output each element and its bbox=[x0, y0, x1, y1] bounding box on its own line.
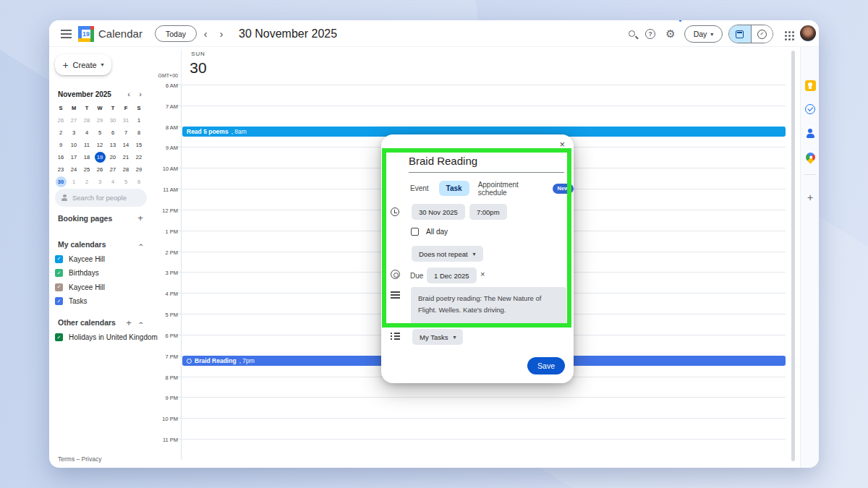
mini-calendar-day[interactable]: 30 bbox=[108, 115, 119, 126]
save-button[interactable]: Save bbox=[527, 357, 565, 374]
mini-calendar-day[interactable]: 27 bbox=[108, 164, 119, 175]
mini-calendar-day[interactable]: 2 bbox=[82, 176, 93, 187]
mini-calendar-day[interactable]: 21 bbox=[121, 152, 132, 163]
remove-due-date-icon[interactable]: × bbox=[480, 270, 485, 278]
search-icon[interactable] bbox=[622, 20, 641, 47]
mini-calendar-day[interactable]: 1 bbox=[69, 176, 80, 187]
mini-calendar-day[interactable]: 5 bbox=[95, 127, 106, 138]
mini-calendar-day[interactable]: 28 bbox=[82, 115, 93, 126]
calendar-checkbox[interactable]: ✓ bbox=[55, 283, 63, 291]
hour-row[interactable] bbox=[182, 106, 786, 127]
mini-calendar-day[interactable]: 18 bbox=[82, 152, 93, 163]
search-people-input[interactable] bbox=[72, 194, 137, 202]
mini-calendar-day[interactable]: 27 bbox=[69, 115, 80, 126]
calendar-checkbox[interactable]: ✓ bbox=[55, 269, 63, 277]
add-booking-page-icon[interactable]: + bbox=[135, 213, 146, 223]
tab-task[interactable]: Task bbox=[439, 181, 469, 196]
vertical-scrollbar[interactable] bbox=[791, 51, 795, 461]
date-chip[interactable]: 30 Nov 2025 bbox=[412, 204, 465, 220]
calendar-view-toggle-icon[interactable] bbox=[729, 25, 751, 43]
tasks-view-toggle-icon[interactable]: ✓ bbox=[751, 25, 773, 43]
contacts-icon[interactable] bbox=[801, 129, 819, 139]
calendar-list-item[interactable]: ✓ Birthdays bbox=[55, 267, 149, 280]
hour-row[interactable] bbox=[182, 397, 786, 418]
tab-appointment-schedule[interactable]: Appointment schedule bbox=[478, 181, 549, 197]
due-date-chip[interactable]: 1 Dec 2025 bbox=[427, 267, 477, 283]
calendar-checkbox[interactable]: ✓ bbox=[55, 255, 63, 263]
hour-row[interactable] bbox=[182, 418, 786, 439]
calendar-list-item[interactable]: ✓ Tasks bbox=[55, 295, 149, 308]
mini-calendar-day[interactable]: 1 bbox=[134, 115, 145, 126]
mini-calendar-day[interactable]: 3 bbox=[69, 127, 80, 138]
mini-calendar-day[interactable]: 11 bbox=[82, 140, 93, 150]
close-icon[interactable]: × bbox=[559, 139, 565, 150]
mini-calendar-day[interactable]: 6 bbox=[134, 176, 145, 187]
view-selector-dropdown[interactable]: Day▾ bbox=[684, 25, 723, 43]
day-header[interactable]: SUN 30 bbox=[182, 51, 214, 77]
task-list-dropdown[interactable]: My Tasks▾ bbox=[412, 329, 463, 345]
mini-calendar-day[interactable]: 14 bbox=[121, 140, 132, 150]
mini-calendar-day[interactable]: 3 bbox=[95, 176, 106, 187]
mini-calendar-day[interactable]: 5 bbox=[121, 176, 132, 187]
google-apps-icon[interactable] bbox=[778, 20, 797, 47]
mini-calendar-day[interactable]: 30 bbox=[56, 176, 67, 187]
main-menu-icon[interactable] bbox=[55, 20, 77, 47]
search-people-box[interactable] bbox=[55, 189, 147, 207]
mini-calendar-day[interactable]: 23 bbox=[56, 164, 67, 175]
mini-calendar-day[interactable]: 4 bbox=[108, 176, 119, 187]
get-add-ons-icon[interactable]: + bbox=[801, 192, 819, 203]
all-day-checkbox[interactable] bbox=[411, 228, 419, 236]
hour-row[interactable] bbox=[182, 85, 786, 106]
help-icon[interactable]: ? bbox=[641, 20, 660, 47]
maps-icon[interactable] bbox=[801, 153, 819, 162]
mini-calendar-day[interactable]: 2 bbox=[56, 127, 67, 138]
add-other-calendar-icon[interactable]: + bbox=[123, 317, 135, 328]
terms-privacy-link[interactable]: Terms – Privacy bbox=[58, 455, 101, 463]
mini-calendar-day[interactable]: 26 bbox=[56, 115, 67, 126]
calendar-list-item[interactable]: ✓ Holidays in United Kingdom bbox=[55, 331, 149, 344]
calendar-checkbox[interactable]: ✓ bbox=[55, 333, 63, 341]
mini-calendar-prev-icon[interactable]: ‹ bbox=[123, 90, 135, 98]
previous-day-icon[interactable]: ‹ bbox=[198, 20, 213, 47]
hour-row[interactable] bbox=[182, 439, 786, 460]
next-day-icon[interactable]: › bbox=[214, 20, 229, 47]
mini-calendar-day[interactable]: 31 bbox=[121, 115, 132, 126]
keep-icon[interactable] bbox=[801, 80, 819, 91]
mini-calendar-day[interactable]: 12 bbox=[95, 140, 106, 150]
mini-calendar-day[interactable]: 16 bbox=[56, 152, 67, 163]
task-title-input[interactable]: Braid Reading bbox=[409, 155, 564, 173]
collapse-other-calendars-icon[interactable]: › bbox=[135, 316, 146, 329]
mini-calendar-day[interactable]: 20 bbox=[108, 152, 119, 163]
collapse-my-calendars-icon[interactable]: › bbox=[135, 238, 146, 251]
time-chip[interactable]: 7:00pm bbox=[469, 204, 507, 220]
mini-calendar-day[interactable]: 6 bbox=[108, 127, 119, 138]
calendar-checkbox[interactable]: ✓ bbox=[55, 297, 63, 305]
tab-event[interactable]: Event bbox=[410, 184, 429, 192]
mini-calendar-day[interactable]: 29 bbox=[134, 164, 145, 175]
mini-calendar-day[interactable]: 26 bbox=[95, 164, 106, 175]
settings-gear-icon[interactable]: ⚙ bbox=[661, 20, 680, 47]
avatar[interactable] bbox=[800, 25, 816, 41]
mini-calendar-day[interactable]: 8 bbox=[134, 127, 145, 138]
mini-calendar-day[interactable]: 17 bbox=[69, 152, 80, 163]
mini-calendar-day[interactable]: 9 bbox=[56, 140, 67, 150]
mini-calendar-day[interactable]: 13 bbox=[108, 140, 119, 150]
create-button[interactable]: + Create ▾ bbox=[55, 54, 111, 75]
today-button[interactable]: Today bbox=[155, 25, 197, 42]
calendar-list-item[interactable]: ✓ Kaycee Hill bbox=[55, 252, 149, 265]
mini-calendar-day[interactable]: 19 bbox=[95, 152, 106, 163]
mini-calendar-day[interactable]: 10 bbox=[69, 140, 80, 150]
mini-calendar-day[interactable]: 7 bbox=[121, 127, 132, 138]
description-field[interactable]: Braid poetry reading: The New Nature of … bbox=[411, 287, 566, 326]
calendar-list-item[interactable]: ✓ Kaycee Hill bbox=[55, 281, 149, 294]
mini-calendar-day[interactable]: 29 bbox=[95, 115, 106, 126]
mini-calendar-next-icon[interactable]: › bbox=[135, 90, 146, 98]
mini-calendar-day[interactable]: 24 bbox=[69, 164, 80, 175]
mini-calendar-day[interactable]: 4 bbox=[82, 127, 93, 138]
mini-calendar-day[interactable]: 28 bbox=[121, 164, 132, 175]
mini-calendar-day[interactable]: 15 bbox=[134, 140, 145, 150]
repeat-dropdown[interactable]: Does not repeat▾ bbox=[412, 246, 483, 262]
tasks-icon[interactable] bbox=[801, 104, 819, 114]
mini-calendar-day[interactable]: 25 bbox=[82, 164, 93, 175]
mini-calendar-day[interactable]: 22 bbox=[134, 152, 145, 163]
